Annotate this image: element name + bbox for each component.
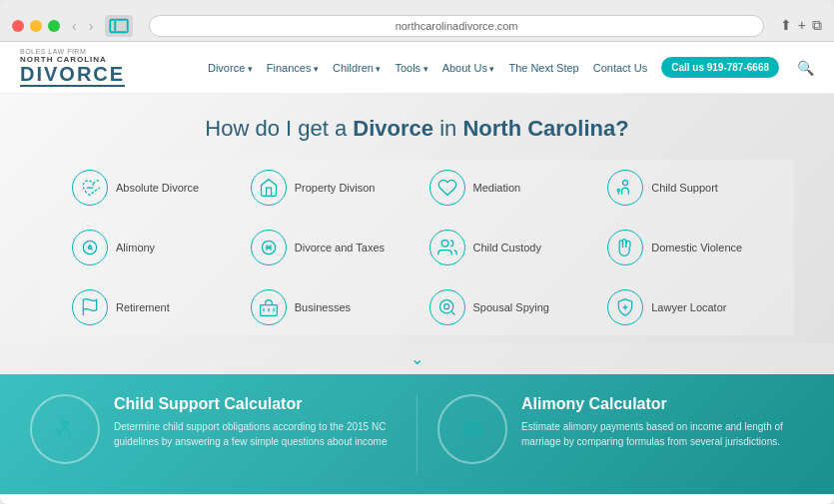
svg-point-16 [439, 300, 452, 313]
service-mediation[interactable]: Mediation [417, 160, 596, 216]
service-domestic-violence[interactable]: Domestic Violence [595, 220, 774, 275]
svg-rect-0 [111, 19, 129, 32]
child-support-calc-title: Child Support Calculator [114, 394, 397, 413]
child-support-calculator[interactable]: Child Support Calculator Determine child… [30, 394, 397, 474]
nav-arrows: ‹ › [68, 18, 97, 34]
services-grid: Absolute Divorce Property Divison Mediat… [40, 160, 794, 335]
nav-divorce[interactable]: Divorce [208, 62, 253, 74]
headline-nc: North Carolina? [462, 116, 628, 141]
service-retirement[interactable]: Retirement [60, 279, 239, 335]
service-spousal-spying[interactable]: Spousal Spying [417, 279, 596, 335]
service-icon-child-support [607, 170, 643, 206]
hero-section: How do I get a Divorce in North Carolina… [0, 94, 834, 343]
service-icon-domestic-violence [607, 230, 643, 265]
service-absolute-divorce[interactable]: Absolute Divorce [60, 160, 239, 216]
alimony-calc-icon [437, 394, 507, 464]
alimony-calc-content: Alimony Calculator Estimate alimony paym… [521, 394, 804, 449]
logo-divorce: DIVORCE [20, 64, 125, 84]
close-button[interactable] [12, 20, 24, 32]
service-icon-absolute-divorce [72, 170, 108, 206]
windows-icon[interactable]: ⧉ [812, 17, 822, 34]
chevron-down-icon: ⌄ [411, 350, 423, 367]
svg-point-21 [57, 429, 60, 432]
child-support-calc-content: Child Support Calculator Determine child… [114, 394, 397, 449]
headline-divorce: Divorce [353, 116, 433, 141]
headline-in: in [439, 116, 462, 141]
service-label-businesses: Businesses [295, 301, 351, 313]
share-icon[interactable]: ⬆ [780, 17, 792, 34]
traffic-lights [12, 20, 60, 32]
service-label-lawyer: Lawyer Locator [651, 301, 726, 313]
child-support-calc-desc: Determine child support obligations acco… [114, 419, 397, 449]
service-label-custody: Child Custody [473, 242, 541, 253]
service-icon-taxes [251, 230, 287, 265]
svg-point-3 [623, 181, 628, 186]
call-button[interactable]: Call us 919-787-6668 [661, 57, 779, 78]
service-lawyer-locator[interactable]: Lawyer Locator [595, 279, 774, 335]
svg-point-4 [617, 189, 620, 192]
service-alimony[interactable]: Alimony [60, 220, 239, 275]
nav-children[interactable]: Children [333, 62, 381, 74]
svg-point-24 [471, 431, 474, 434]
service-label-absolute-divorce: Absolute Divorce [116, 182, 199, 194]
maximize-button[interactable] [48, 20, 60, 32]
alimony-calc-desc: Estimate alimony payments based on incom… [521, 419, 804, 449]
service-label-child-support: Child Support [651, 182, 718, 194]
calc-divider [417, 394, 417, 474]
service-child-support[interactable]: Child Support [595, 160, 774, 216]
alimony-calculator[interactable]: Alimony Calculator Estimate alimony paym… [437, 394, 804, 474]
forward-arrow[interactable]: › [85, 18, 98, 34]
alimony-calc-title: Alimony Calculator [521, 394, 804, 413]
nav-finances[interactable]: Finances [267, 62, 319, 74]
service-icon-businesses [251, 289, 287, 325]
service-icon-mediation [429, 170, 465, 206]
service-label-spying: Spousal Spying [473, 301, 549, 313]
logo-firm: BOLES LAW FIRM [20, 48, 86, 55]
service-label-alimony: Alimony [116, 242, 155, 253]
logo-line [20, 85, 125, 87]
hero-headline: How do I get a Divorce in North Carolina… [40, 116, 794, 142]
service-icon-retirement [72, 289, 108, 325]
service-child-custody[interactable]: Child Custody [417, 220, 596, 275]
service-label-taxes: Divorce and Taxes [295, 242, 385, 253]
nav-menu: Divorce Finances Children Tools About Us… [208, 57, 814, 78]
service-label-property: Property Divison [295, 182, 376, 194]
service-icon-custody [429, 230, 465, 265]
child-support-calc-icon [30, 394, 100, 464]
headline-plain: How do I get a [205, 116, 353, 141]
sidebar-toggle[interactable] [105, 15, 133, 37]
search-icon[interactable]: 🔍 [797, 60, 814, 76]
service-icon-alimony [72, 230, 108, 265]
svg-point-17 [443, 304, 448, 309]
svg-point-20 [63, 422, 68, 427]
svg-point-10 [441, 241, 448, 248]
website: BOLES LAW FIRM NORTH CAROLINA DIVORCE Di… [0, 42, 834, 504]
chevron-bar[interactable]: ⌄ [0, 343, 834, 374]
nav-tools[interactable]: Tools [395, 62, 427, 74]
back-arrow[interactable]: ‹ [68, 18, 81, 34]
service-divorce-taxes[interactable]: Divorce and Taxes [239, 220, 417, 275]
logo-area[interactable]: BOLES LAW FIRM NORTH CAROLINA DIVORCE [20, 48, 125, 87]
address-bar[interactable]: northcarolinadivorce.com [149, 15, 763, 37]
browser-chrome: ‹ › northcarolinadivorce.com ⬆ + ⧉ [0, 0, 834, 42]
nav-contact[interactable]: Contact Us [593, 62, 647, 74]
service-label-retirement: Retirement [116, 301, 170, 313]
nav-about[interactable]: About Us [442, 62, 495, 74]
new-tab-icon[interactable]: + [798, 17, 806, 34]
service-icon-property [251, 170, 287, 206]
minimize-button[interactable] [30, 20, 42, 32]
service-icon-spying [429, 289, 465, 325]
nav-next-step[interactable]: The Next Step [508, 62, 578, 74]
service-icon-lawyer [607, 289, 643, 325]
service-property-division[interactable]: Property Divison [239, 160, 417, 216]
top-nav: BOLES LAW FIRM NORTH CAROLINA DIVORCE Di… [0, 42, 834, 94]
service-label-domestic-violence: Domestic Violence [651, 242, 742, 253]
service-label-mediation: Mediation [473, 182, 521, 194]
browser-actions: ⬆ + ⧉ [780, 17, 822, 34]
service-businesses[interactable]: Businesses [239, 279, 417, 335]
calculator-section: Child Support Calculator Determine child… [0, 374, 834, 494]
